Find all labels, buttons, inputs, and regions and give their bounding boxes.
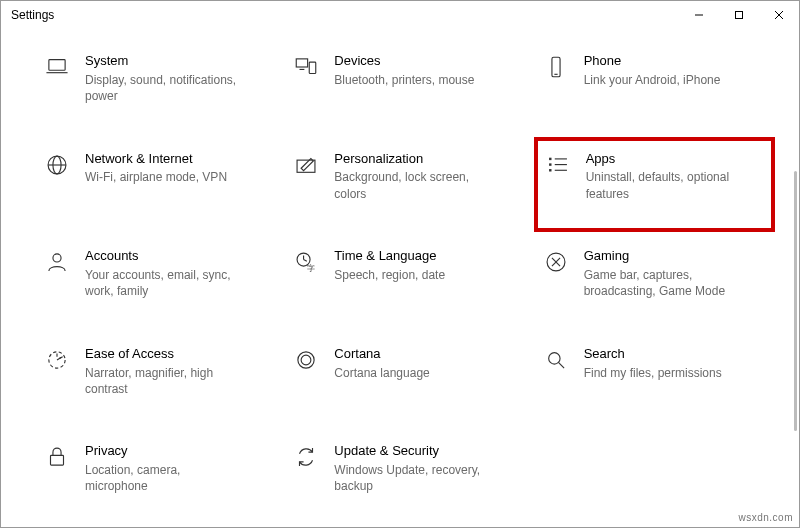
settings-grid: SystemDisplay, sound, notifications, pow…	[1, 29, 799, 527]
tile-text: CortanaCortana language	[334, 346, 429, 381]
tile-network-internet[interactable]: Network & InternetWi-Fi, airplane mode, …	[41, 147, 270, 215]
tile-text: SearchFind my files, permissions	[584, 346, 722, 381]
tile-text: Update & SecurityWindows Update, recover…	[334, 443, 489, 494]
tile-text: Network & InternetWi-Fi, airplane mode, …	[85, 151, 227, 186]
tile-text: AppsUninstall, defaults, optional featur…	[586, 151, 741, 202]
tile-desc: Wi-Fi, airplane mode, VPN	[85, 169, 227, 185]
tile-privacy[interactable]: PrivacyLocation, camera, microphone	[41, 439, 270, 507]
tile-title: Time & Language	[334, 248, 445, 265]
tile-desc: Windows Update, recovery, backup	[334, 462, 489, 494]
tile-desc: Background, lock screen, colors	[334, 169, 489, 201]
tile-update-security[interactable]: Update & SecurityWindows Update, recover…	[290, 439, 519, 507]
tile-text: PhoneLink your Android, iPhone	[584, 53, 721, 88]
tile-desc: Find my files, permissions	[584, 365, 722, 381]
tile-search[interactable]: SearchFind my files, permissions	[540, 342, 769, 410]
tile-phone[interactable]: PhoneLink your Android, iPhone	[540, 49, 769, 117]
tile-title: System	[85, 53, 240, 70]
tile-desc: Uninstall, defaults, optional features	[586, 169, 741, 201]
tile-desc: Your accounts, email, sync, work, family	[85, 267, 240, 299]
tile-title: Personalization	[334, 151, 489, 168]
tile-text: GamingGame bar, captures, broadcasting, …	[584, 248, 739, 299]
maximize-button[interactable]	[719, 1, 759, 29]
tile-title: Phone	[584, 53, 721, 70]
update-icon	[292, 443, 320, 471]
devices-icon	[292, 53, 320, 81]
time-lang-icon	[292, 248, 320, 276]
ease-icon	[43, 346, 71, 374]
pen-icon	[292, 151, 320, 179]
privacy-icon	[43, 443, 71, 471]
tile-title: Accounts	[85, 248, 240, 265]
tile-system[interactable]: SystemDisplay, sound, notifications, pow…	[41, 49, 270, 117]
tile-title: Update & Security	[334, 443, 489, 460]
tile-title: Search	[584, 346, 722, 363]
tile-text: Time & LanguageSpeech, region, date	[334, 248, 445, 283]
tile-desc: Cortana language	[334, 365, 429, 381]
tile-title: Devices	[334, 53, 474, 70]
tile-cortana[interactable]: CortanaCortana language	[290, 342, 519, 410]
tile-title: Network & Internet	[85, 151, 227, 168]
tile-text: SystemDisplay, sound, notifications, pow…	[85, 53, 240, 104]
tile-text: DevicesBluetooth, printers, mouse	[334, 53, 474, 88]
tile-text: PersonalizationBackground, lock screen, …	[334, 151, 489, 202]
settings-window: Settings SystemDisplay, sound, notificat…	[0, 0, 800, 528]
tile-devices[interactable]: DevicesBluetooth, printers, mouse	[290, 49, 519, 117]
tile-title: Cortana	[334, 346, 429, 363]
gaming-icon	[542, 248, 570, 276]
svg-rect-1	[736, 12, 743, 19]
minimize-button[interactable]	[679, 1, 719, 29]
tile-desc: Link your Android, iPhone	[584, 72, 721, 88]
watermark: wsxdn.com	[738, 512, 793, 523]
tile-title: Gaming	[584, 248, 739, 265]
tile-title: Ease of Access	[85, 346, 240, 363]
scrollbar[interactable]	[794, 171, 797, 431]
cortana-icon	[292, 346, 320, 374]
tile-text: PrivacyLocation, camera, microphone	[85, 443, 240, 494]
tile-desc: Bluetooth, printers, mouse	[334, 72, 474, 88]
globe-icon	[43, 151, 71, 179]
tile-ease-of-access[interactable]: Ease of AccessNarrator, magnifier, high …	[41, 342, 270, 410]
tile-time-language[interactable]: Time & LanguageSpeech, region, date	[290, 244, 519, 312]
titlebar: Settings	[1, 1, 799, 29]
tile-text: Ease of AccessNarrator, magnifier, high …	[85, 346, 240, 397]
tile-desc: Game bar, captures, broadcasting, Game M…	[584, 267, 739, 299]
tile-title: Privacy	[85, 443, 240, 460]
tile-desc: Speech, region, date	[334, 267, 445, 283]
window-title: Settings	[11, 8, 54, 22]
phone-icon	[542, 53, 570, 81]
laptop-icon	[43, 53, 71, 81]
tile-apps[interactable]: AppsUninstall, defaults, optional featur…	[534, 137, 775, 233]
maximize-icon	[734, 10, 744, 20]
tile-desc: Display, sound, notifications, power	[85, 72, 240, 104]
close-icon	[774, 10, 784, 20]
apps-icon	[544, 151, 572, 179]
tile-accounts[interactable]: AccountsYour accounts, email, sync, work…	[41, 244, 270, 312]
tile-text: AccountsYour accounts, email, sync, work…	[85, 248, 240, 299]
tile-title: Apps	[586, 151, 741, 168]
account-icon	[43, 248, 71, 276]
tile-desc: Location, camera, microphone	[85, 462, 240, 494]
minimize-icon	[694, 10, 704, 20]
tile-desc: Narrator, magnifier, high contrast	[85, 365, 240, 397]
tile-personalization[interactable]: PersonalizationBackground, lock screen, …	[290, 147, 519, 215]
search-icon	[542, 346, 570, 374]
window-controls	[679, 1, 799, 29]
close-button[interactable]	[759, 1, 799, 29]
tile-gaming[interactable]: GamingGame bar, captures, broadcasting, …	[540, 244, 769, 312]
